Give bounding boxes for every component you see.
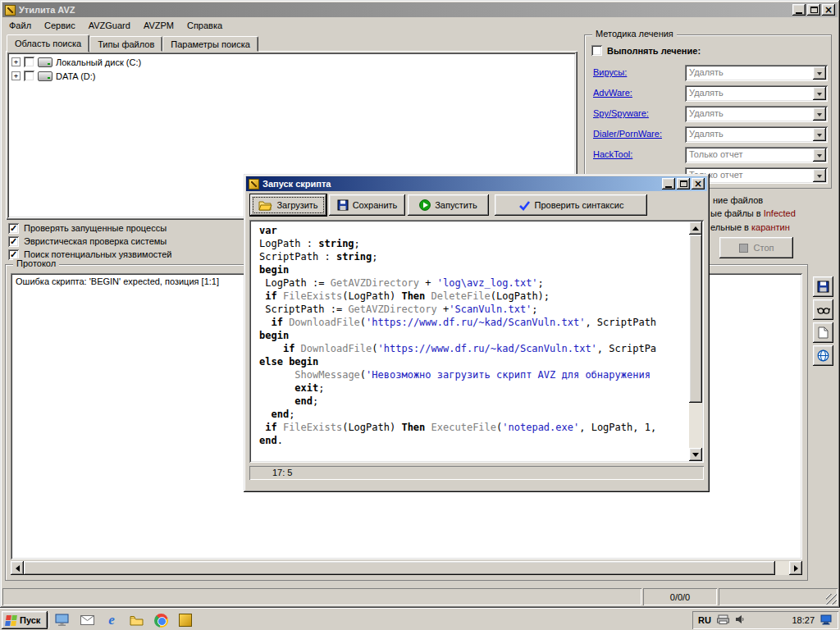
scan-option-label: Проверять запущенные процессы [24,223,167,233]
healing-enable-checkbox[interactable] [591,45,602,56]
tree-item-1[interactable]: +DATA (D:) [9,69,574,83]
windows-logo-icon [5,615,17,626]
mail-icon[interactable] [79,612,95,628]
healing-link-1[interactable]: AdvWare: [593,88,632,98]
network-button[interactable] [813,345,833,366]
status-panel [719,588,838,605]
checkbox-checked-icon[interactable]: ✓ [8,223,19,234]
dropdown-arrow-icon[interactable] [813,169,826,182]
checkbox-checked-icon[interactable]: ✓ [8,236,19,247]
save-protocol-button[interactable] [813,276,833,297]
code-line-12: ShowMessage('Невозможно загрузить скрипт… [259,368,689,381]
clock[interactable]: 18:27 [792,615,815,625]
tree-item-label: Локальный диск (C:) [56,57,141,67]
healing-combo-4[interactable]: Только отчет [685,147,828,163]
tree-item-label: DATA (D:) [56,71,95,81]
combo-value: Удалять [689,88,724,98]
load-script-button[interactable]: Загрузить [250,194,326,216]
dialog-maximize-button[interactable] [677,178,690,189]
document-button[interactable] [813,322,833,343]
maximize-icon [810,7,818,13]
scroll-left-button[interactable] [11,561,24,575]
dialog-close-button[interactable]: × [692,178,705,189]
main-titlebar[interactable]: Утилита AVZ × [2,2,838,17]
scan-option-1[interactable]: ✓Эвристическая проверка системы [8,235,171,248]
scroll-right-button[interactable] [789,561,802,575]
chrome-icon[interactable] [153,612,169,628]
avz-quicklaunch-icon[interactable] [177,612,194,628]
scroll-down-button[interactable] [689,448,702,461]
scroll-up-button[interactable] [689,221,702,235]
status-panel-counter: 0/0/0 [643,588,717,605]
healing-combo-0[interactable]: Удалять [685,65,828,81]
clipped-text: ние файлов [713,195,763,205]
dropdown-arrow-icon[interactable] [813,107,826,121]
tab-1[interactable]: Типы файлов [89,36,162,52]
infected-folder-label: Infected [764,208,796,218]
vscroll-thumb[interactable] [689,235,702,403]
menu-item-4[interactable]: Справка [180,19,229,32]
globe-icon [817,349,829,362]
tab-2[interactable]: Параметры поиска [162,36,258,52]
clipped-option-text: ние файлов [713,195,763,205]
stop-button[interactable]: Стоп [719,237,793,258]
protocol-hscrollbar[interactable] [11,561,802,575]
tree-checkbox[interactable] [24,57,34,67]
folder-icon[interactable] [128,612,144,628]
code-line-6: if FileExists(LogPath) Then DeleteFile(L… [259,290,689,303]
volume-icon[interactable] [735,614,745,626]
code-line-2: LogPath : string; [259,237,689,250]
dialog-titlebar[interactable]: Запуск скрипта × [246,176,707,191]
code-line-1: var [259,224,689,237]
hscroll-thumb[interactable] [24,561,775,575]
script-editor[interactable]: varLogPath : string;ScriptPath : string;… [249,220,704,463]
dropdown-arrow-icon[interactable] [813,87,826,100]
close-icon: × [824,5,833,15]
healing-link-0[interactable]: Вирусы: [593,67,627,77]
dialog-minimize-button[interactable] [662,178,675,189]
code-line-5: LogPath := GetAVZDirectory + 'log\avz_lo… [259,276,689,290]
save-script-button[interactable]: Сохранить [329,194,405,216]
internet-explorer-icon[interactable]: e [103,612,120,628]
check-syntax-button[interactable]: Проверить синтаксис [495,194,647,216]
tree-checkbox[interactable] [24,71,34,81]
code-line-9: begin [259,329,689,342]
scan-option-0[interactable]: ✓Проверять запущенные процессы [8,221,171,235]
dropdown-arrow-icon[interactable] [813,66,826,80]
run-script-button[interactable]: Запустить [408,194,489,216]
healing-link-2[interactable]: Spy/Spyware: [593,108,649,118]
quick-launch-bar: e [54,611,194,629]
dropdown-arrow-icon[interactable] [813,148,826,162]
maximize-button[interactable] [807,4,820,16]
menu-item-0[interactable]: Файл [2,19,38,32]
editor-vscrollbar[interactable] [689,221,702,461]
combo-value: Удалять [689,129,724,139]
code-line-11: else begin [259,355,689,368]
system-tray: RU 18:27 [692,611,838,629]
expander-icon[interactable]: + [11,71,21,80]
expander-icon[interactable]: + [11,57,21,66]
show-desktop-icon[interactable] [54,612,71,628]
minimize-button[interactable] [792,4,806,16]
tree-item-0[interactable]: +Локальный диск (C:) [9,55,574,69]
close-button[interactable]: × [822,4,835,16]
tab-0[interactable]: Область поиска [7,34,89,52]
run-script-label: Запустить [435,200,477,210]
search-button[interactable] [813,299,833,320]
printer-icon[interactable] [717,614,729,626]
language-indicator[interactable]: RU [698,615,711,625]
start-button[interactable]: Пуск [2,611,48,629]
healing-combo-2[interactable]: Удалять [685,106,828,122]
resize-grip[interactable] [826,594,837,605]
healing-combo-3[interactable]: Удалять [685,126,828,143]
healing-combo-1[interactable]: Удалять [685,85,828,102]
menu-item-3[interactable]: AVZPM [137,19,180,32]
menu-item-2[interactable]: AVZGuard [82,19,137,32]
network-icon[interactable] [820,614,833,627]
dropdown-arrow-icon[interactable] [813,128,826,141]
healing-link-4[interactable]: HackTool: [593,149,632,159]
minimize-icon [665,186,672,188]
healing-link-3[interactable]: Dialer/PornWare: [593,129,662,139]
folder-glyph [130,615,144,626]
menu-item-1[interactable]: Сервис [38,19,82,32]
